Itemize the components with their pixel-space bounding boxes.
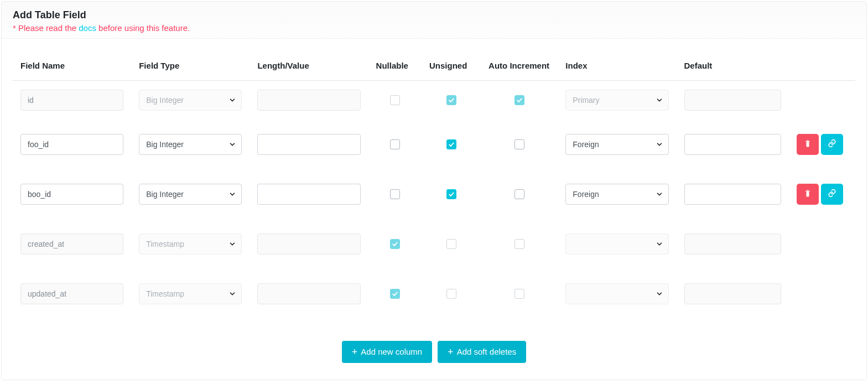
docs-link[interactable]: docs [79,23,96,33]
relation-button[interactable] [821,134,843,155]
delete-row-button[interactable] [797,184,819,205]
length-value-input[interactable] [257,184,360,205]
unsigned-checkbox[interactable] [446,139,456,149]
field-type-select[interactable]: Big Integer [139,184,242,205]
nullable-checkbox[interactable] [390,139,400,149]
unsigned-checkbox [446,289,456,299]
col-header-actions [789,55,855,81]
auto-increment-checkbox [514,95,524,105]
table-row: Big IntegerPrimary [13,81,855,120]
col-header-nullable: Nullable [368,55,422,81]
nullable-checkbox[interactable] [390,189,400,199]
field-type-select: Timestamp [139,283,242,304]
col-header-field-type: Field Type [131,55,250,81]
field-name-input [20,233,123,255]
docs-notice: * Please read the docs before using this… [13,23,855,33]
length-value-input [257,233,360,255]
index-select: Primary [565,90,668,111]
nullable-checkbox [390,95,400,105]
col-header-default: Default [677,55,789,81]
notice-prefix: * Please read the [13,23,79,33]
col-header-auto-increment: Auto Increment [481,55,558,81]
length-value-input[interactable] [257,134,360,155]
col-header-unsigned: Unsigned [422,55,481,81]
default-input[interactable] [684,134,781,155]
page-title: Add Table Field [13,9,855,21]
add-new-column-button[interactable]: + Add new column [342,341,432,363]
delete-row-button[interactable] [797,134,819,155]
add-soft-deletes-label: Add soft deletes [457,347,517,356]
table-row: Timestamp [13,219,855,269]
table-row: Timestamp [13,269,855,319]
unsigned-checkbox [446,95,456,105]
plus-icon: + [448,347,454,357]
index-select[interactable]: Foreign [565,134,668,155]
relation-button[interactable] [821,184,843,205]
notice-suffix: before using this feature. [96,23,190,33]
auto-increment-checkbox [514,289,524,299]
auto-increment-checkbox[interactable] [514,139,524,149]
field-name-input[interactable] [20,134,123,155]
col-header-field-name: Field Name [13,55,131,81]
table-row: Big IntegerForeign [13,120,855,169]
field-name-input [20,90,123,111]
index-select[interactable]: Foreign [565,184,668,205]
auto-increment-checkbox [514,239,524,249]
default-input [684,233,781,255]
field-type-select: Big Integer [139,90,242,111]
trash-icon [803,189,812,199]
nullable-checkbox [390,289,400,299]
default-input [684,90,781,111]
col-header-index: Index [558,55,676,81]
add-soft-deletes-button[interactable]: + Add soft deletes [438,341,526,363]
index-select [565,233,668,255]
field-name-input [20,283,123,304]
field-type-select[interactable]: Big Integer [139,134,242,155]
unsigned-checkbox [446,239,456,249]
add-new-column-label: Add new column [361,347,422,356]
index-select [565,283,668,304]
trash-icon [803,139,812,149]
header-section: Add Table Field * Please read the docs b… [2,2,866,38]
field-name-input[interactable] [20,184,123,205]
unsigned-checkbox[interactable] [446,189,456,199]
plus-icon: + [352,347,358,357]
footer-buttons: + Add new column + Add soft deletes [13,319,855,369]
table-row: Big IntegerForeign [13,169,855,219]
link-icon [828,139,836,149]
col-header-length-value: Length/Value [250,55,368,81]
nullable-checkbox [390,239,400,249]
length-value-input [257,283,360,304]
field-type-select: Timestamp [139,233,242,255]
fields-table: Field Name Field Type Length/Value Nulla… [13,55,855,319]
link-icon [828,189,836,199]
default-input [684,283,781,304]
default-input[interactable] [684,184,781,205]
length-value-input [257,90,360,111]
auto-increment-checkbox[interactable] [514,189,524,199]
